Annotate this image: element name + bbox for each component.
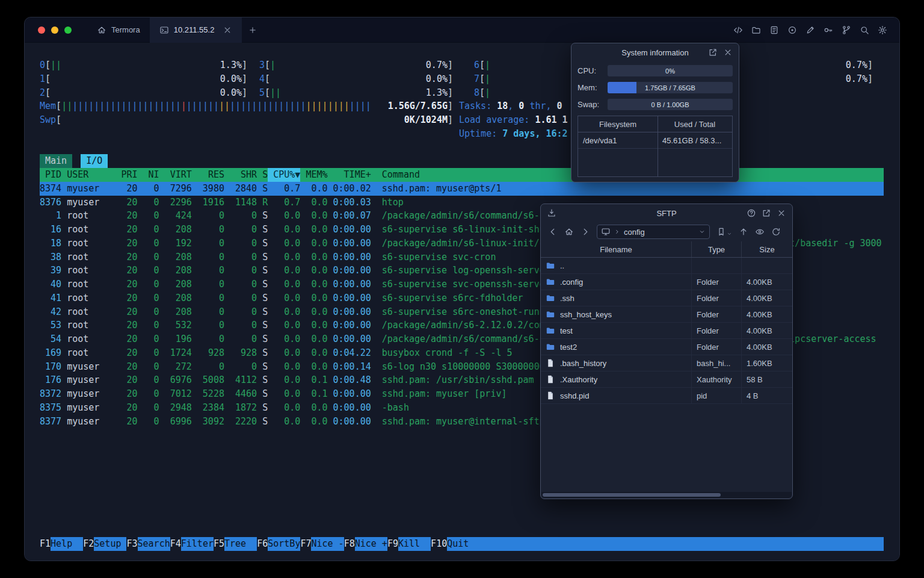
file-name: .. [560, 261, 564, 270]
column-header-res[interactable]: RES [192, 168, 224, 182]
cell-virt: 6976 [159, 373, 192, 387]
process-table-header[interactable]: PIDUSERPRINIVIRTRESSHRSCPU%▼MEM%TIME+Com… [40, 168, 884, 182]
file-size: 58 B [742, 371, 792, 387]
home-dir-icon[interactable] [564, 227, 574, 237]
cell-mem: 0.0 [300, 332, 327, 346]
file-row[interactable]: sshd.pidpid4 B [541, 388, 792, 404]
back-icon[interactable] [548, 227, 558, 237]
file-row[interactable]: .bash_historybash_hi...1.60KB [541, 355, 792, 371]
type-column-header[interactable]: Type [692, 241, 742, 257]
file-row[interactable]: .. [541, 258, 792, 274]
search-icon[interactable] [860, 25, 869, 35]
file-icon [546, 358, 555, 368]
horizontal-scrollbar[interactable] [541, 492, 792, 498]
column-header-mem[interactable]: MEM% [300, 168, 327, 182]
fnlabel-F1[interactable]: Help [51, 537, 83, 551]
cell-pri: 20 [116, 401, 137, 415]
cell-time: 0:00.07 [328, 209, 371, 223]
fnlabel-F2[interactable]: Setup [94, 537, 126, 551]
branch-icon[interactable] [842, 25, 851, 35]
code-icon[interactable] [733, 25, 743, 35]
fnlabel-F3[interactable]: Search [138, 537, 170, 551]
cell-time: 0:00.00 [328, 264, 371, 278]
close-panel-icon[interactable] [777, 208, 786, 218]
file-row[interactable]: .sshFolder4.00KB [541, 290, 792, 306]
cell-virt: 532 [159, 319, 192, 332]
column-header-time[interactable]: TIME+ [328, 168, 371, 182]
folder-icon [546, 293, 555, 303]
column-header-pid[interactable]: PID [40, 168, 61, 182]
cell-ni: 0 [138, 182, 159, 196]
parent-dir-icon[interactable] [739, 227, 748, 237]
transfers-icon[interactable] [547, 208, 556, 218]
file-row[interactable]: test2Folder4.00KB [541, 339, 792, 355]
htop-tab-io[interactable]: I/O [81, 154, 108, 168]
close-panel-icon[interactable] [723, 48, 733, 57]
cell-res: 0 [192, 278, 224, 291]
close-tab-icon[interactable] [223, 25, 232, 35]
cell-cmd: s6-supervise s6rc-oneshot-runner [382, 305, 556, 319]
file-row[interactable]: .XauthorityXauthority58 B [541, 371, 792, 388]
column-header-user[interactable]: USER [61, 168, 116, 182]
cell-mem: 0.0 [300, 250, 327, 264]
key-icon[interactable] [824, 25, 833, 35]
show-hidden-icon[interactable] [755, 227, 765, 237]
htop-tab-main[interactable]: Main [40, 154, 72, 168]
column-header-ni[interactable]: NI [138, 168, 159, 182]
file-row[interactable]: testFolder4.00KB [541, 323, 792, 339]
cpu-meter-5: 5[||1.3%] [259, 86, 453, 100]
fnlabel-F5[interactable]: Tree [224, 537, 257, 551]
process-row[interactable]: 8374myuser200729639802840S0.70.00:00.02s… [40, 182, 884, 196]
settings-icon[interactable] [878, 25, 887, 35]
fnlabel-F9[interactable]: Kill [398, 537, 431, 551]
open-in-window-icon[interactable] [708, 48, 718, 57]
size-column-header[interactable]: Size [742, 241, 792, 257]
file-row[interactable]: ssh_host_keysFolder4.00KB [541, 306, 792, 323]
cell-shr: 2220 [224, 415, 257, 429]
column-header-shr[interactable]: SHR [224, 168, 257, 182]
cell-time: 0:00.00 [328, 387, 371, 401]
fnlabel-F4[interactable]: Filter [181, 537, 214, 551]
cell-s: S [257, 278, 268, 291]
column-header-pri[interactable]: PRI [116, 168, 137, 182]
column-header-cpu[interactable]: CPU%▼ [268, 168, 300, 182]
path-dropdown-icon[interactable] [698, 228, 706, 235]
file-size: 1.60KB [742, 355, 792, 371]
open-in-window-icon[interactable] [762, 208, 771, 218]
system-info-title: System information [621, 48, 688, 57]
fnlabel-F6[interactable]: SortBy [268, 537, 300, 551]
column-header-s[interactable]: S [257, 168, 268, 182]
forward-icon[interactable] [581, 227, 590, 237]
filename-column-header[interactable]: Filename [541, 241, 692, 257]
help-icon[interactable] [747, 208, 756, 218]
folder-icon[interactable] [751, 25, 761, 35]
column-header-virt[interactable]: VIRT [159, 168, 192, 182]
file-table-header[interactable]: Filename Type Size [541, 241, 792, 258]
record-icon[interactable] [787, 25, 797, 35]
bookmark-button[interactable] [716, 227, 732, 237]
cell-cmd: s6-supervise log-openssh-server [382, 264, 550, 278]
file-row[interactable]: .configFolder4.00KB [541, 274, 792, 290]
cell-cpu: 0.0 [268, 401, 300, 415]
snippets-icon[interactable] [769, 25, 779, 35]
edit-icon[interactable] [805, 25, 815, 35]
column-header-cmd[interactable]: Command [382, 168, 420, 182]
fnlabel-F7[interactable]: Nice - [311, 537, 343, 551]
path-breadcrumb[interactable]: config [597, 225, 710, 239]
cell-ni: 0 [138, 237, 159, 250]
close-window-button[interactable] [38, 26, 45, 34]
cell-shr: 4112 [224, 373, 257, 387]
cell-shr: 0 [224, 237, 257, 250]
refresh-icon[interactable] [771, 227, 781, 237]
cell-s: S [257, 387, 268, 401]
minimize-window-button[interactable] [51, 26, 58, 34]
tab-session[interactable]: 10.211.55.2 [150, 17, 242, 43]
tab-home[interactable]: Termora [87, 17, 150, 43]
file-name-cell: .Xauthority [541, 371, 692, 387]
fnlabel-F10[interactable]: Quit [447, 537, 479, 551]
new-tab-button[interactable] [242, 17, 263, 43]
zoom-window-button[interactable] [64, 26, 72, 34]
scrollbar-thumb[interactable] [543, 493, 721, 497]
fnlabel-F8[interactable]: Nice + [355, 537, 387, 551]
cell-pri: 20 [116, 264, 137, 278]
